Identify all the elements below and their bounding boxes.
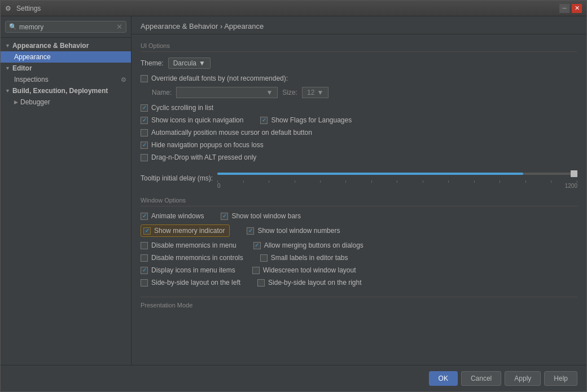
two-col-row-1: Show icons in quick navigation Show Flag…	[141, 116, 577, 129]
main-content: 🔍 ✕ ▼ Appearance & Behavior Appearance ▼…	[1, 16, 586, 365]
dropdown-arrow-icon: ▼	[199, 59, 205, 67]
close-button[interactable]: ✕	[572, 4, 582, 13]
disable-mnemonics-menu-checkbox[interactable]	[141, 242, 148, 249]
show-tool-numbers-row: Show tool window numbers	[247, 224, 340, 237]
name-size-row: Name: ▼ Size: 12 ▼	[152, 87, 577, 98]
tooltip-slider-container: 0 1200	[217, 167, 577, 189]
name-label: Name:	[152, 89, 172, 96]
ui-options-header: UI Options	[141, 42, 577, 52]
help-button[interactable]: Help	[544, 371, 577, 386]
search-wrapper: 🔍 ✕	[5, 21, 126, 33]
side-by-side-right-label: Side-by-side layout on the right	[268, 279, 361, 287]
drag-drop-row: Drag-n-Drop with ALT pressed only	[141, 153, 577, 161]
small-labels-row: Small labels in editor tabs	[260, 254, 348, 262]
show-memory-checkbox[interactable]	[143, 227, 151, 235]
side-by-side-right-row: Side-by-side layout on the right	[257, 279, 361, 287]
show-icons-label: Show icons in quick navigation	[151, 116, 243, 124]
search-box: 🔍 ✕	[1, 16, 131, 38]
sidebar-item-appearance[interactable]: Appearance	[1, 51, 131, 63]
expand-arrow: ▶	[14, 99, 18, 105]
slider-min-label: 0	[217, 183, 221, 189]
theme-dropdown[interactable]: Darcula ▼	[168, 58, 211, 69]
slider-track	[217, 173, 577, 175]
sidebar-item-inspections[interactable]: Inspections ⚙	[1, 74, 131, 85]
allow-merging-row: Allow merging buttons on dialogs	[253, 241, 363, 249]
sidebar-item-build-execution[interactable]: ▼ Build, Execution, Deployment	[1, 85, 131, 96]
allow-merging-label: Allow merging buttons on dialogs	[264, 241, 363, 249]
side-by-side-right-checkbox[interactable]	[257, 279, 265, 287]
display-icons-checkbox[interactable]	[141, 267, 148, 274]
show-tool-bars-label: Show tool window bars	[231, 212, 301, 220]
auto-position-checkbox[interactable]	[141, 129, 148, 136]
show-tool-bars-checkbox[interactable]	[221, 213, 228, 220]
hide-nav-row: Hide navigation popups on focus loss	[141, 141, 577, 149]
clear-search-button[interactable]: ✕	[116, 23, 122, 31]
presentation-mode-header: Presentation Mode	[141, 302, 192, 309]
hide-nav-checkbox[interactable]	[141, 142, 148, 149]
theme-row: Theme: Darcula ▼	[141, 58, 577, 69]
small-labels-label: Small labels in editor tabs	[271, 254, 348, 262]
title-bar: ⚙ Settings ─ ✕	[1, 1, 586, 16]
show-flags-checkbox[interactable]	[260, 117, 268, 124]
apply-button[interactable]: Apply	[505, 371, 541, 386]
ok-button[interactable]: OK	[429, 371, 458, 386]
show-tool-numbers-checkbox[interactable]	[247, 227, 254, 235]
cyclic-scrolling-checkbox[interactable]	[141, 104, 148, 112]
auto-position-row: Automatically position mouse cursor on d…	[141, 129, 577, 136]
size-value: 12	[307, 89, 314, 96]
widescreen-checkbox[interactable]	[252, 267, 260, 274]
override-fonts-row: Override default fonts by (not recommend…	[141, 74, 577, 82]
disable-mnemonics-menu-row: Disable mnemonics in menu	[141, 241, 236, 249]
dropdown-arrow-icon: ▼	[317, 89, 323, 96]
show-tool-bars-row: Show tool window bars	[221, 212, 301, 220]
cancel-button[interactable]: Cancel	[461, 371, 501, 386]
dropdown-arrow-icon: ▼	[266, 89, 273, 96]
bottom-bar: OK Cancel Apply Help	[1, 365, 586, 391]
display-icons-label: Display icons in menu items	[151, 266, 235, 274]
side-by-side-left-checkbox[interactable]	[141, 279, 148, 287]
name-dropdown[interactable]: ▼	[176, 87, 278, 98]
small-labels-checkbox[interactable]	[260, 254, 268, 262]
disable-mnemonics-controls-checkbox[interactable]	[141, 254, 148, 262]
window-row-2: Show memory indicator Show tool window n…	[141, 224, 577, 241]
window-row-1: Animate windows Show tool window bars	[141, 212, 577, 224]
cyclic-scrolling-label: Cyclic scrolling in list	[151, 104, 213, 112]
animate-windows-row: Animate windows	[141, 212, 204, 220]
breadcrumb: Appearance & Behavior › Appearance	[132, 16, 586, 34]
inspections-row: Inspections ⚙	[14, 76, 126, 83]
slider-max-label: 1200	[565, 183, 577, 189]
sidebar-item-label: Debugger	[20, 98, 50, 106]
override-fonts-checkbox[interactable]	[141, 75, 148, 82]
slider-fill	[217, 173, 523, 175]
sidebar-item-debugger[interactable]: ▶ Debugger	[1, 96, 131, 108]
window-row-3: Disable mnemonics in menu Allow merging …	[141, 241, 577, 254]
sidebar-item-editor[interactable]: ▼ Editor	[1, 63, 131, 74]
sidebar-item-appearance-behavior[interactable]: ▼ Appearance & Behavior	[1, 40, 131, 51]
minimize-button[interactable]: ─	[559, 4, 570, 13]
show-flags-label: Show Flags for Languages	[271, 116, 352, 124]
animate-windows-label: Animate windows	[151, 212, 204, 220]
show-icons-checkbox[interactable]	[141, 117, 148, 124]
size-dropdown[interactable]: 12 ▼	[302, 87, 328, 98]
search-icon: 🔍	[9, 23, 17, 30]
configure-icon: ⚙	[121, 76, 126, 83]
show-tool-numbers-label: Show tool window numbers	[257, 227, 340, 235]
sidebar-item-label: Editor	[12, 64, 32, 72]
size-label: Size:	[282, 89, 297, 96]
sidebar-item-label: Appearance & Behavior	[12, 42, 89, 50]
sidebar: 🔍 ✕ ▼ Appearance & Behavior Appearance ▼…	[1, 16, 132, 365]
search-input[interactable]	[19, 23, 116, 31]
auto-position-label: Automatically position mouse cursor on d…	[151, 129, 312, 136]
drag-drop-checkbox[interactable]	[141, 154, 148, 161]
override-fonts-label: Override default fonts by (not recommend…	[151, 74, 288, 82]
expand-arrow: ▼	[5, 43, 10, 49]
show-memory-row: Show memory indicator	[141, 224, 230, 237]
theme-value: Darcula	[173, 59, 196, 67]
window-options-header: Window Options	[141, 197, 577, 206]
slider-labels: 0 1200	[217, 183, 577, 189]
settings-content: UI Options Theme: Darcula ▼ Override def…	[132, 34, 586, 365]
slider-thumb[interactable]	[571, 170, 577, 177]
allow-merging-checkbox[interactable]	[253, 242, 261, 249]
animate-windows-checkbox[interactable]	[141, 213, 148, 220]
display-icons-row: Display icons in menu items	[141, 266, 235, 274]
